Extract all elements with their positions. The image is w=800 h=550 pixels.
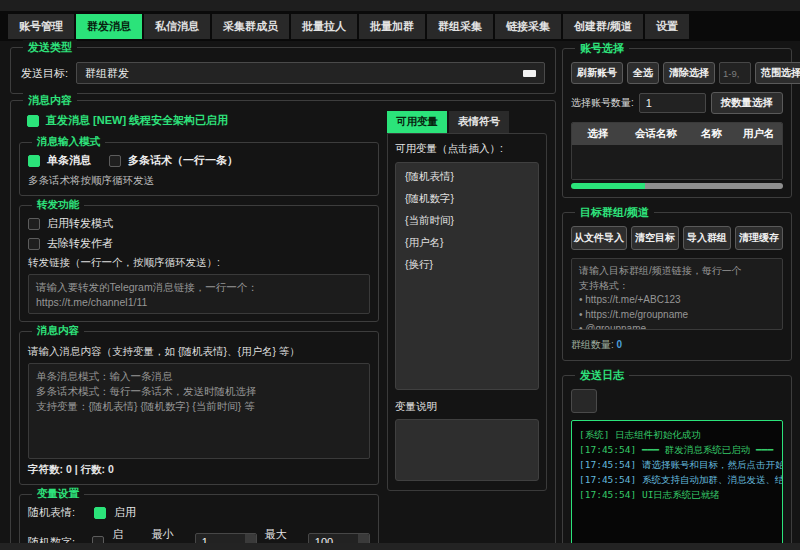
scrollbar-track[interactable] [645, 183, 783, 189]
accounts-hscrollbar[interactable] [571, 183, 783, 189]
input-mode-title: 消息输入模式 [32, 135, 105, 149]
single-message-checkbox[interactable] [28, 155, 40, 167]
account-select-groupbox: 账号选择 刷新账号 全选 清除选择 范围选择 选择账号数量: 按数量选择 选择 … [562, 48, 792, 198]
forward-groupbox: 转发功能 启用转发模式 去除转发作者 转发链接（一行一个，按顺序循环发送）: 请… [19, 205, 379, 322]
log-line: [17:45:54] 请选择账号和目标，然后点击开始发送 [579, 457, 775, 472]
tab-emoji[interactable]: 表情符号 [449, 111, 509, 133]
send-log-groupbox: 发送日志 [系统] 日志组件初始化成功 [17:45:54] ━━━ 群发消息系… [562, 375, 792, 550]
message-textarea[interactable]: 单条消息模式：输入一条消息 多条话术模式：每行一条话术，发送时随机选择 支持变量… [28, 363, 370, 459]
send-target-label: 发送目标: [21, 66, 68, 81]
bottom-strip [0, 543, 800, 550]
tab-link-collect[interactable]: 链接采集 [495, 14, 561, 39]
col-select[interactable]: 选择 [572, 123, 624, 145]
remove-author-checkbox[interactable] [28, 238, 40, 250]
col-name[interactable]: 名称 [688, 123, 735, 145]
enable-forward-label: 启用转发模式 [47, 216, 113, 231]
accounts-table-header: 选择 会话名称 名称 用户名 [572, 123, 782, 145]
variables-hint-label: 可用变量（点击插入）: [395, 142, 539, 156]
variable-settings-title: 变量设置 [32, 487, 84, 501]
clear-selection-button[interactable]: 清除选择 [663, 62, 715, 84]
dropdown-caret-icon [523, 70, 536, 77]
message-content-groupbox: 消息内容 直发消息 [NEW] 线程安全架构已启用 消息输入模式 单条消息 [10, 100, 556, 549]
variables-column: 可用变量 表情符号 可用变量（点击插入）: {随机表情} {随机数字} {当前时… [387, 111, 547, 548]
tab-bulk-join[interactable]: 批量加群 [359, 14, 425, 39]
tab-bulk-invite[interactable]: 批量拉人 [291, 14, 357, 39]
remove-author-label: 去除转发作者 [47, 236, 113, 251]
content-groupbox: 消息内容 请输入消息内容（支持变量，如 {随机表情}、{用户名} 等） 单条消息… [19, 331, 379, 485]
random-emoji-enable-label: 启用 [114, 505, 136, 520]
account-count-input[interactable] [639, 93, 706, 113]
multi-script-label: 多条话术（一行一条） [128, 153, 238, 168]
accounts-table: 选择 会话名称 名称 用户名 [571, 122, 783, 180]
char-counter: 字符数: 0 | 行数: 0 [28, 463, 370, 477]
variable-desc-box [395, 419, 539, 481]
variable-item[interactable]: {换行} [396, 254, 538, 276]
range-select-button[interactable]: 范围选择 [755, 62, 800, 84]
tab-private-message[interactable]: 私信消息 [144, 14, 210, 39]
forward-title: 转发功能 [32, 198, 84, 212]
variable-settings-groupbox: 变量设置 随机表情: 启用 随机数字: 启用 最小值: [19, 494, 379, 550]
message-content-title: 消息内容 [23, 93, 77, 108]
title-strip [0, 0, 800, 11]
variable-item[interactable]: {当前时间} [396, 210, 538, 232]
log-line: [17:45:54] 系统支持自动加群、消息发送、结果统计等功能 [579, 472, 775, 487]
send-target-value: 群组群发 [85, 66, 129, 81]
tab-group-broadcast[interactable]: 群发消息 [76, 14, 142, 39]
range-input[interactable] [719, 62, 751, 84]
variable-item[interactable]: {随机数字} [396, 188, 538, 210]
import-from-file-button[interactable]: 从文件导入 [571, 226, 627, 250]
forward-links-label: 转发链接（一行一个，按顺序循环发送）: [28, 256, 370, 270]
app-window: 账号管理 群发消息 私信消息 采集群成员 批量拉人 批量加群 群组采集 链接采集… [0, 0, 800, 550]
target-groups-groupbox: 目标群组/频道 从文件导入 清空目标 导入群组 清理缓存 请输入目标群组/频道链… [562, 212, 792, 361]
tab-settings[interactable]: 设置 [645, 14, 689, 39]
select-all-button[interactable]: 全选 [627, 62, 659, 84]
group-count-value: 0 [617, 339, 623, 350]
tab-account-manage[interactable]: 账号管理 [8, 14, 74, 39]
col-session-name[interactable]: 会话名称 [624, 123, 688, 145]
direct-send-label: 直发消息 [NEW] 线程安全架构已启用 [46, 113, 228, 128]
enable-forward-checkbox[interactable] [28, 218, 40, 230]
account-select-title: 账号选择 [575, 41, 629, 56]
target-groups-title: 目标群组/频道 [575, 205, 654, 220]
content-title: 消息内容 [32, 324, 84, 338]
variable-item[interactable]: {随机表情} [396, 166, 538, 188]
send-type-title: 发送类型 [23, 40, 77, 55]
log-tool-button[interactable] [571, 389, 597, 413]
single-message-label: 单条消息 [47, 153, 91, 168]
right-sidebar: 账号选择 刷新账号 全选 清除选择 范围选择 选择账号数量: 按数量选择 选择 … [562, 40, 792, 550]
group-count-label: 群组数量: [571, 339, 614, 350]
random-emoji-label: 随机表情: [28, 505, 86, 520]
refresh-accounts-button[interactable]: 刷新账号 [571, 62, 623, 84]
content-hint-label: 请输入消息内容（支持变量，如 {随机表情}、{用户名} 等） [28, 345, 370, 359]
variable-desc-label: 变量说明 [395, 400, 539, 414]
variables-panel: 可用变量（点击插入）: {随机表情} {随机数字} {当前时间} {用户名} {… [387, 133, 547, 491]
input-mode-groupbox: 消息输入模式 单条消息 多条话术（一行一条） 多条话术将按顺序循环发送 [19, 142, 379, 196]
log-line: [系统] 日志组件初始化成功 [579, 427, 775, 442]
send-target-select[interactable]: 群组群发 [76, 62, 545, 84]
random-emoji-checkbox[interactable] [94, 507, 106, 519]
forward-links-textarea[interactable]: 请输入要转发的Telegram消息链接，一行一个： https://t.me/c… [28, 274, 370, 314]
accounts-table-body [572, 145, 782, 179]
target-groups-textarea[interactable]: 请输入目标群组/频道链接，每行一个 支持格式： • https://t.me/+… [571, 258, 783, 330]
send-type-groupbox: 发送类型 发送目标: 群组群发 [10, 47, 556, 94]
tab-group-collect[interactable]: 群组采集 [427, 14, 493, 39]
log-line: [17:45:54] ━━━ 群发消息系统已启动 ━━━ [579, 442, 775, 457]
variables-list: {随机表情} {随机数字} {当前时间} {用户名} {换行} [395, 162, 539, 390]
direct-send-checkbox[interactable] [27, 115, 39, 127]
variable-item[interactable]: {用户名} [396, 232, 538, 254]
select-by-count-button[interactable]: 按数量选择 [711, 92, 784, 114]
tab-available-variables[interactable]: 可用变量 [387, 111, 447, 133]
import-groups-button[interactable]: 导入群组 [683, 226, 731, 250]
scrollbar-thumb[interactable] [571, 183, 645, 189]
clean-cache-button[interactable]: 清理缓存 [735, 226, 783, 250]
clear-targets-button[interactable]: 清空目标 [631, 226, 679, 250]
account-count-label: 选择账号数量: [571, 96, 634, 110]
tab-create-group[interactable]: 创建群/频道 [563, 14, 643, 39]
col-username[interactable]: 用户名 [735, 123, 782, 145]
multi-script-checkbox[interactable] [109, 155, 121, 167]
input-mode-note: 多条话术将按顺序循环发送 [28, 174, 370, 188]
tab-collect-members[interactable]: 采集群成员 [212, 14, 289, 39]
log-line: [17:45:54] UI日志系统已就绪 [579, 487, 775, 502]
main-tabbar: 账号管理 群发消息 私信消息 采集群成员 批量拉人 批量加群 群组采集 链接采集… [0, 11, 800, 41]
log-output: [系统] 日志组件初始化成功 [17:45:54] ━━━ 群发消息系统已启动 … [571, 420, 783, 550]
